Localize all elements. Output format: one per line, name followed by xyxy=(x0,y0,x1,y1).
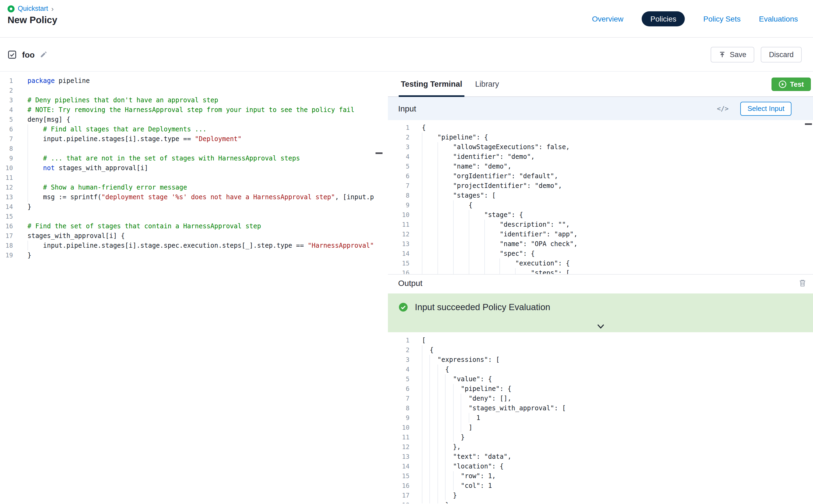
code-line: 11 xyxy=(0,173,383,183)
save-button[interactable]: Save xyxy=(711,47,755,62)
trash-icon[interactable] xyxy=(798,279,807,287)
indent-guide xyxy=(438,374,438,384)
indent-guide xyxy=(445,432,446,442)
line-number: 4 xyxy=(388,365,410,374)
input-json-editor[interactable]: 1{2 "pipeline": {3 "allowStageExecutions… xyxy=(388,120,813,274)
main-area: 1package pipeline2 3# Deny pipelines tha… xyxy=(0,72,813,503)
banner-content: Input succeeded Policy Evaluation xyxy=(388,293,813,312)
indent-guide xyxy=(422,355,423,365)
indent-guide xyxy=(27,144,28,153)
play-circle-icon xyxy=(779,80,787,88)
indent-guide xyxy=(422,258,423,268)
select-input-button[interactable]: Select Input xyxy=(741,101,791,115)
code-line: 1{ xyxy=(388,123,813,132)
indent-guide xyxy=(469,220,469,229)
indent-guide xyxy=(438,423,438,432)
discard-label: Discard xyxy=(769,50,794,58)
indent-guide xyxy=(422,220,423,229)
indent-guide xyxy=(438,229,438,239)
code-line: 10 ] xyxy=(388,423,813,432)
line-number: 6 xyxy=(388,384,410,394)
indent-guide xyxy=(469,239,469,249)
indent-guide xyxy=(461,423,461,432)
nav-tab-policy-sets[interactable]: Policy Sets xyxy=(703,14,741,23)
line-number: 5 xyxy=(388,374,410,384)
test-button[interactable]: Test xyxy=(772,77,811,91)
indent-guide xyxy=(445,374,446,384)
code-line: 3 "allowStageExecutions": false, xyxy=(388,142,813,152)
code-line: 13 "text": "data", xyxy=(388,452,813,461)
line-number: 16 xyxy=(0,221,13,231)
line-number: 2 xyxy=(388,132,410,142)
indent-guide xyxy=(445,461,446,471)
indent-guide xyxy=(445,384,446,394)
indent-guide xyxy=(515,268,516,274)
discard-button[interactable]: Discard xyxy=(761,47,802,62)
code-line: 17 } xyxy=(388,491,813,500)
line-number: 16 xyxy=(388,481,410,491)
line-number: 14 xyxy=(388,461,410,471)
indent-guide xyxy=(453,432,454,442)
line-number: 7 xyxy=(388,394,410,403)
code-line: 12 # Show a human-friendly error message xyxy=(0,183,383,192)
indent-guide xyxy=(422,471,423,481)
indent-guide xyxy=(27,173,28,183)
indent-guide xyxy=(453,403,454,413)
nav-tab-evaluations[interactable]: Evaluations xyxy=(759,14,798,23)
output-json-editor[interactable]: 1[2 {3 "expressions": [4 {5 "value": {6 … xyxy=(388,332,813,503)
line-number: 13 xyxy=(388,239,410,249)
code-line: 9 { xyxy=(388,200,813,210)
nav-tab-policies[interactable]: Policies xyxy=(642,11,685,26)
indent-guide xyxy=(469,258,469,268)
breadcrumb-project-link[interactable]: Quickstart xyxy=(18,5,48,12)
code-line: 8 "stages_with_approval": [ xyxy=(388,403,813,413)
nav-tab-overview[interactable]: Overview xyxy=(592,14,624,23)
indent-guide xyxy=(422,191,423,200)
indent-guide xyxy=(453,229,454,239)
chevron-right-icon: › xyxy=(51,5,54,12)
code-line: 2 "pipeline": { xyxy=(388,132,813,142)
line-number: 18 xyxy=(388,500,410,503)
code-view-icon[interactable]: </> xyxy=(717,105,728,112)
line-number: 8 xyxy=(388,403,410,413)
line-number: 12 xyxy=(388,442,410,452)
indent-guide xyxy=(438,162,438,171)
indent-guide xyxy=(438,432,438,442)
chevron-down-icon[interactable] xyxy=(596,324,605,330)
line-number: 11 xyxy=(0,173,13,183)
line-number: 12 xyxy=(388,229,410,239)
indent-guide xyxy=(422,481,423,491)
code-line: 6 "orgIdentifier": "default", xyxy=(388,171,813,181)
line-number: 14 xyxy=(388,249,410,258)
indent-guide xyxy=(422,384,423,394)
policy-code-editor[interactable]: 1package pipeline2 3# Deny pipelines tha… xyxy=(0,72,383,503)
indent-guide xyxy=(445,394,446,403)
indent-guide xyxy=(438,442,438,452)
indent-guide xyxy=(484,229,485,239)
code-line: 18 } xyxy=(388,500,813,503)
code-line: 13 msg := sprintf("deployment stage '%s'… xyxy=(0,192,383,202)
indent-guide xyxy=(438,403,438,413)
code-line: 7 "deny": [], xyxy=(388,394,813,403)
line-number: 1 xyxy=(388,335,410,345)
indent-guide xyxy=(453,423,454,432)
output-section-header: Output xyxy=(388,274,813,291)
line-number: 5 xyxy=(0,115,13,124)
indent-guide xyxy=(430,500,430,503)
line-number: 5 xyxy=(388,162,410,171)
code-line: 16 "col": 1 xyxy=(388,481,813,491)
indent-guide xyxy=(430,452,430,461)
indent-guide xyxy=(430,413,430,423)
line-number: 15 xyxy=(388,258,410,268)
indent-guide xyxy=(438,200,438,210)
tab-testing-terminal[interactable]: Testing Terminal xyxy=(394,72,469,96)
indent-guide xyxy=(438,220,438,229)
code-line: 9 1 xyxy=(388,413,813,423)
indent-guide xyxy=(422,374,423,384)
save-upload-icon xyxy=(719,51,726,58)
indent-guide xyxy=(430,403,430,413)
line-number: 8 xyxy=(388,191,410,200)
indent-guide xyxy=(438,268,438,274)
edit-pencil-icon[interactable] xyxy=(40,51,48,58)
tab-library[interactable]: Library xyxy=(469,72,506,96)
